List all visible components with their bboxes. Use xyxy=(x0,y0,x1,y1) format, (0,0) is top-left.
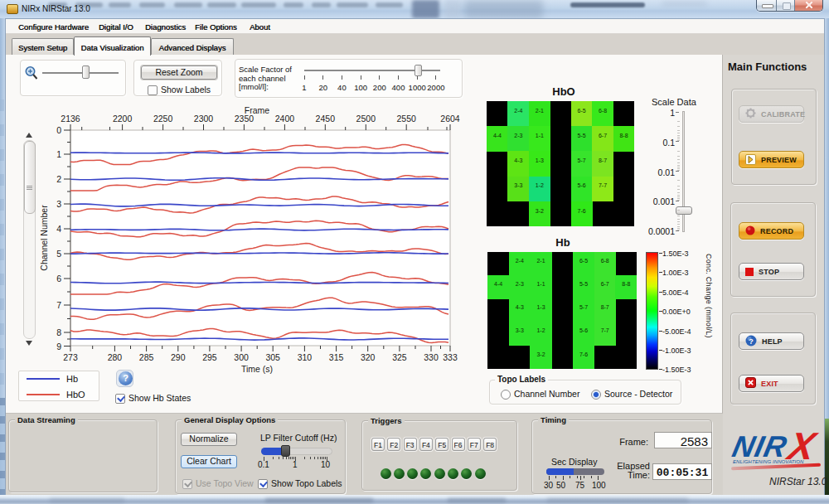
svg-text:?: ? xyxy=(749,337,754,345)
